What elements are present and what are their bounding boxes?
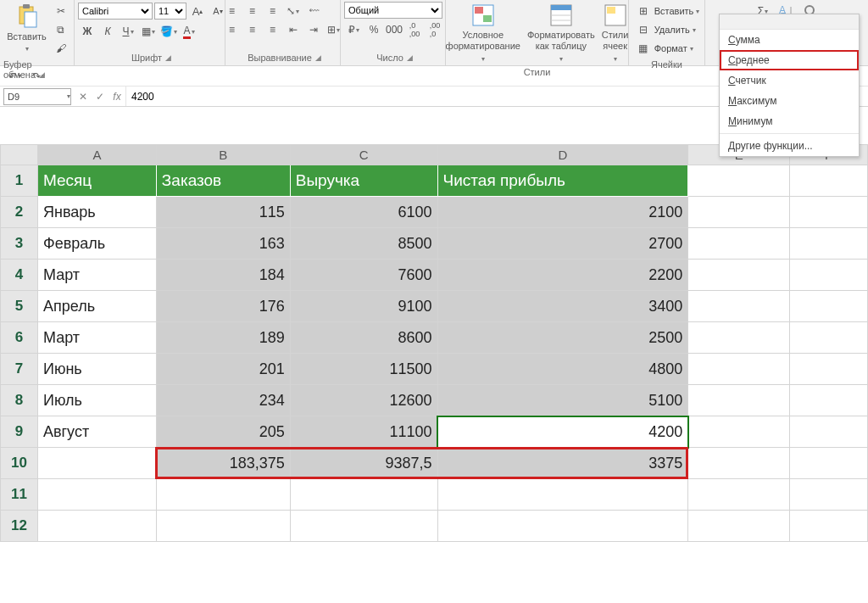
- format-button[interactable]: ▦Формат▾: [634, 39, 693, 58]
- cell[interactable]: [688, 322, 790, 354]
- cell[interactable]: [37, 511, 156, 542]
- paste-button[interactable]: Вставить▾: [3, 2, 50, 56]
- cell[interactable]: [790, 416, 868, 448]
- currency-icon[interactable]: ₽▾: [344, 20, 363, 39]
- cell[interactable]: 8600: [290, 322, 437, 354]
- cell[interactable]: 6100: [290, 197, 437, 228]
- font-size-select[interactable]: 11: [154, 3, 186, 20]
- align-left-icon[interactable]: ≡: [223, 20, 242, 39]
- cell[interactable]: [790, 354, 868, 385]
- menu-other-functions[interactable]: Другие функции...: [720, 136, 859, 156]
- copy-icon[interactable]: ⧉: [52, 20, 70, 39]
- cell[interactable]: [688, 197, 790, 228]
- row-header[interactable]: 3: [1, 228, 38, 260]
- conditional-formatting-button[interactable]: Условное форматирование▾: [442, 2, 524, 65]
- name-box[interactable]: D9▾: [3, 88, 71, 105]
- cell[interactable]: Февраль: [37, 228, 156, 260]
- cell[interactable]: [688, 448, 790, 479]
- row-header[interactable]: 10: [1, 448, 38, 479]
- table-header-cell[interactable]: Месяц: [37, 165, 156, 197]
- table-header-cell[interactable]: Выручка: [290, 165, 437, 197]
- cell[interactable]: 176: [156, 291, 290, 322]
- cell[interactable]: [790, 228, 868, 260]
- format-as-table-button[interactable]: Форматировать как таблицу▾: [524, 2, 598, 65]
- select-all-corner[interactable]: [1, 145, 38, 165]
- align-middle-icon[interactable]: ≡: [243, 2, 262, 20]
- cell[interactable]: Август: [37, 416, 156, 448]
- decrease-indent-icon[interactable]: ⇤: [284, 20, 303, 39]
- row-header[interactable]: 1: [1, 165, 38, 197]
- cell[interactable]: [688, 165, 790, 197]
- cell[interactable]: 234: [156, 385, 290, 416]
- cell[interactable]: [290, 479, 437, 511]
- cell[interactable]: 9387,5: [290, 448, 437, 479]
- cell[interactable]: 2100: [437, 197, 688, 228]
- delete-button[interactable]: ⊟Удалить▾: [634, 20, 696, 39]
- cell[interactable]: Январь: [37, 197, 156, 228]
- menu-item-максимум[interactable]: Максимум: [720, 91, 859, 111]
- cell[interactable]: [37, 448, 156, 479]
- cell[interactable]: 4800: [437, 354, 688, 385]
- cell[interactable]: 2700: [437, 228, 688, 260]
- cell[interactable]: [688, 228, 790, 260]
- dialog-launcher-icon[interactable]: ◢: [315, 53, 321, 62]
- cell[interactable]: 5100: [437, 385, 688, 416]
- row-header[interactable]: 9: [1, 416, 38, 448]
- cell[interactable]: [790, 260, 868, 291]
- column-header[interactable]: C: [290, 145, 437, 165]
- cell-styles-button[interactable]: Стили ячеек▾: [598, 2, 632, 65]
- number-format-select[interactable]: Общий: [344, 2, 442, 19]
- cell[interactable]: 12600: [290, 385, 437, 416]
- row-header[interactable]: 6: [1, 322, 38, 354]
- cell[interactable]: [688, 385, 790, 416]
- cell[interactable]: 184: [156, 260, 290, 291]
- row-header[interactable]: 5: [1, 291, 38, 322]
- row-header[interactable]: 11: [1, 479, 38, 511]
- cell[interactable]: [156, 479, 290, 511]
- cut-icon[interactable]: ✂: [52, 2, 70, 20]
- cell[interactable]: [790, 448, 868, 479]
- align-right-icon[interactable]: ≡: [264, 20, 282, 39]
- cell[interactable]: [290, 511, 437, 542]
- cell[interactable]: 2200: [437, 260, 688, 291]
- italic-button[interactable]: К: [98, 22, 117, 41]
- cell[interactable]: 9100: [290, 291, 437, 322]
- increase-indent-icon[interactable]: ⇥: [304, 20, 323, 39]
- cell[interactable]: 3400: [437, 291, 688, 322]
- insert-button[interactable]: ⊞Вставить▾: [634, 2, 700, 20]
- cell[interactable]: 7600: [290, 260, 437, 291]
- dialog-launcher-icon[interactable]: ◢: [165, 53, 171, 62]
- cell[interactable]: Апрель: [37, 291, 156, 322]
- cell[interactable]: [688, 511, 790, 542]
- row-header[interactable]: 12: [1, 511, 38, 542]
- cell[interactable]: Июнь: [37, 354, 156, 385]
- align-center-icon[interactable]: ≡: [243, 20, 262, 39]
- table-header-cell[interactable]: Чистая прибыль: [437, 165, 688, 197]
- cell[interactable]: 11100: [290, 416, 437, 448]
- menu-item-сумма[interactable]: Сумма: [720, 30, 859, 50]
- column-header[interactable]: D: [437, 145, 688, 165]
- row-header[interactable]: 7: [1, 354, 38, 385]
- column-header[interactable]: B: [156, 145, 290, 165]
- fill-color-button[interactable]: 🪣▾: [159, 22, 178, 41]
- dialog-launcher-icon[interactable]: ◢: [407, 53, 413, 62]
- comma-icon[interactable]: 000: [385, 20, 403, 39]
- cell[interactable]: 4200: [437, 416, 688, 448]
- menu-item-минимум[interactable]: Минимум: [720, 111, 859, 131]
- cell[interactable]: 8500: [290, 228, 437, 260]
- cell[interactable]: Июль: [37, 385, 156, 416]
- cell[interactable]: Март: [37, 260, 156, 291]
- cell[interactable]: 183,375: [156, 448, 290, 479]
- cell[interactable]: 163: [156, 228, 290, 260]
- align-top-icon[interactable]: ≡: [223, 2, 242, 20]
- cell[interactable]: [437, 479, 688, 511]
- cell[interactable]: [688, 354, 790, 385]
- cell[interactable]: 11500: [290, 354, 437, 385]
- increase-decimal-icon[interactable]: ,0,00: [405, 20, 424, 39]
- border-button[interactable]: ▦▾: [139, 22, 158, 41]
- dialog-launcher-icon[interactable]: ◢: [39, 70, 45, 79]
- cell[interactable]: [688, 479, 790, 511]
- cell[interactable]: 205: [156, 416, 290, 448]
- align-bottom-icon[interactable]: ≡: [264, 2, 282, 20]
- bold-button[interactable]: Ж: [78, 22, 97, 41]
